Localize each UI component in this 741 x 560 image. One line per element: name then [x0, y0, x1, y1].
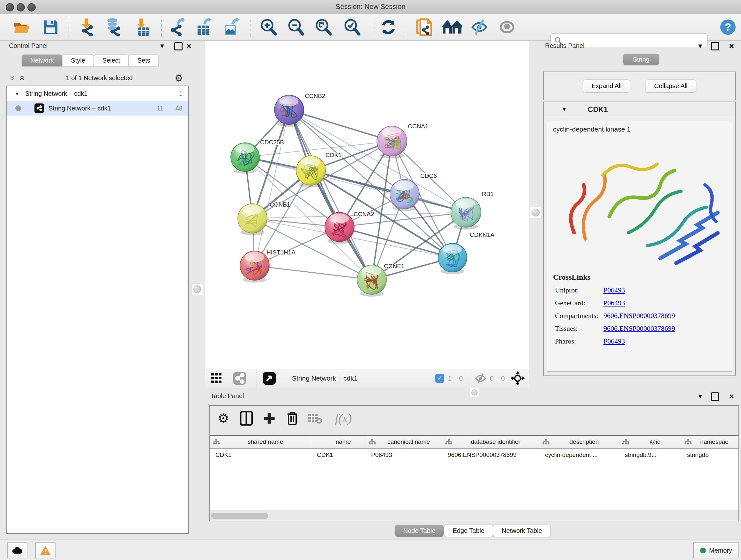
- zoom-fit-button[interactable]: [313, 17, 334, 38]
- table-cell[interactable]: 9606.ENSP00000378699: [442, 449, 539, 461]
- network-edge[interactable]: [289, 110, 392, 141]
- table-cell[interactable]: stringdb:9...: [619, 449, 681, 461]
- network-node-cdkn1a[interactable]: [438, 243, 467, 274]
- table-panel-collapse-icon[interactable]: ▼: [697, 393, 703, 399]
- clone-network-button[interactable]: [414, 17, 434, 38]
- network-node-cdc25b[interactable]: [231, 143, 259, 174]
- tab-node-table[interactable]: Node Table: [395, 524, 444, 537]
- tab-network[interactable]: Network: [22, 54, 62, 66]
- tab-edge-table[interactable]: Edge Table: [444, 524, 493, 537]
- string-network-graph[interactable]: CCNB2CCNA1CDC25BCDK1CDC6RB1CCNB1CCNA2CDK…: [205, 41, 529, 369]
- crosslink-link[interactable]: 9606.ENSP00000378699: [603, 324, 675, 333]
- crosslink-link[interactable]: 9606.ENSP00000378699: [603, 312, 675, 320]
- network-node-cdc6[interactable]: [390, 179, 419, 211]
- collapse-all-icon[interactable]: »: [8, 76, 17, 80]
- table-panel-float-icon[interactable]: [711, 392, 719, 401]
- crosslink-link[interactable]: P06493: [603, 299, 625, 307]
- show-columns-icon[interactable]: [237, 409, 256, 428]
- network-collection-row[interactable]: ▼ String Network – cdk1 1: [7, 86, 188, 101]
- tab-network-table[interactable]: Network Table: [493, 524, 550, 537]
- birdseye-view-icon[interactable]: [260, 369, 279, 388]
- import-database-button[interactable]: [103, 17, 124, 38]
- delete-table-icon[interactable]: [306, 409, 325, 428]
- left-splitter-handle[interactable]: [192, 284, 203, 295]
- tab-select[interactable]: Select: [94, 54, 129, 66]
- network-node-rb1[interactable]: [451, 197, 481, 230]
- network-node-ccnb2[interactable]: [274, 95, 304, 127]
- protein-structure-image: [555, 137, 727, 271]
- refresh-layout-button[interactable]: [378, 17, 399, 38]
- export-image-button[interactable]: [221, 17, 242, 38]
- function-builder-icon[interactable]: f(x): [329, 409, 358, 428]
- export-table-button[interactable]: [193, 17, 214, 38]
- network-options-gear-icon[interactable]: ⚙: [175, 72, 183, 84]
- network-list: ▼ String Network – cdk1 1 String Network…: [6, 85, 189, 534]
- section-expand-icon[interactable]: ▼: [562, 107, 567, 112]
- fit-content-crosshair-icon[interactable]: [511, 371, 525, 385]
- tab-sets[interactable]: Sets: [129, 54, 158, 66]
- tab-string[interactable]: String: [623, 54, 659, 65]
- crosslink-link[interactable]: P06493: [603, 286, 625, 294]
- zoom-in-button[interactable]: [258, 17, 279, 38]
- column-header-canonical-name[interactable]: canonical name: [365, 436, 442, 448]
- save-session-button[interactable]: [40, 17, 61, 38]
- share-view-icon[interactable]: [230, 369, 249, 388]
- hide-selected-button[interactable]: [469, 17, 490, 38]
- cloud-button[interactable]: [7, 543, 27, 558]
- horizontal-scrollbar[interactable]: [211, 513, 268, 519]
- network-canvas[interactable]: CCNB2CCNA1CDC25BCDK1CDC6RB1CCNB1CCNA2CDK…: [205, 41, 529, 369]
- crosslink-row: Uniprot:P06493: [555, 286, 732, 294]
- crosslink-link[interactable]: P06493: [603, 337, 625, 346]
- column-header-database-identifier[interactable]: database identifier: [442, 436, 539, 448]
- add-column-plus-icon[interactable]: ✚: [260, 409, 279, 428]
- network-node-ccna1[interactable]: [377, 126, 407, 159]
- show-hidden-button[interactable]: [496, 17, 518, 38]
- zoom-selected-button[interactable]: [341, 17, 362, 38]
- network-edge[interactable]: [255, 110, 289, 266]
- import-network-button[interactable]: [76, 17, 97, 38]
- results-panel-close-icon[interactable]: ×: [729, 42, 734, 50]
- hidden-eye-icon[interactable]: [475, 373, 487, 383]
- collapse-all-button[interactable]: Collapse All: [646, 79, 696, 92]
- delete-column-trash-icon[interactable]: [283, 409, 301, 428]
- table-panel-close-icon[interactable]: ×: [729, 392, 734, 400]
- grid-view-icon[interactable]: [207, 369, 226, 388]
- import-table-button[interactable]: [131, 17, 152, 38]
- control-panel-collapse-icon[interactable]: ▼: [159, 43, 165, 49]
- column-header-namespac[interactable]: namespac: [681, 436, 737, 448]
- column-header-name[interactable]: name: [311, 436, 365, 448]
- control-panel-close-icon[interactable]: ×: [186, 42, 191, 50]
- help-button[interactable]: ?: [718, 17, 738, 38]
- results-panel-collapse-icon[interactable]: ▼: [697, 43, 703, 49]
- column-header-description[interactable]: description: [539, 436, 619, 448]
- table-cell[interactable]: stringdb: [681, 449, 737, 461]
- table-cell[interactable]: cyclin-dependent ...: [539, 449, 619, 461]
- control-panel: Control Panel ▼ × NetworkStyleSelectSets…: [4, 40, 189, 538]
- show-all-button[interactable]: [442, 17, 463, 38]
- warnings-button[interactable]: [35, 543, 56, 558]
- network-node-ccne1[interactable]: [357, 265, 387, 297]
- column-header-shared-name[interactable]: shared name: [210, 436, 311, 448]
- control-panel-float-icon[interactable]: [174, 42, 183, 51]
- collection-expand-icon[interactable]: ▼: [15, 91, 19, 97]
- network-edge[interactable]: [311, 171, 466, 212]
- table-cell[interactable]: CDK1: [210, 449, 311, 461]
- table-settings-gear-icon[interactable]: ⚙: [214, 409, 232, 428]
- zoom-out-button[interactable]: [285, 17, 307, 38]
- open-session-button[interactable]: [11, 17, 32, 38]
- table-row[interactable]: CDK1CDK1P064939606.ENSP00000378699cyclin…: [210, 449, 738, 461]
- expand-all-icon[interactable]: »: [17, 76, 26, 80]
- results-panel-float-icon[interactable]: [711, 42, 719, 51]
- table-cell[interactable]: CDK1: [311, 449, 365, 461]
- memory-button[interactable]: Memory: [693, 543, 739, 558]
- selected-checkbox-icon[interactable]: ✓: [435, 374, 444, 383]
- table-cell[interactable]: P06493: [365, 449, 442, 461]
- network-row[interactable]: String Network – cdk1 11 48: [7, 101, 188, 116]
- tab-style[interactable]: Style: [62, 54, 93, 66]
- network-node-hist1h1a[interactable]: [240, 251, 269, 283]
- column-header--id[interactable]: @id: [619, 436, 681, 448]
- expand-all-button[interactable]: Expand All: [583, 79, 630, 92]
- gene-section-header[interactable]: ▼ CDK1: [544, 102, 735, 117]
- network-edge[interactable]: [255, 266, 372, 280]
- export-network-button[interactable]: [166, 17, 188, 38]
